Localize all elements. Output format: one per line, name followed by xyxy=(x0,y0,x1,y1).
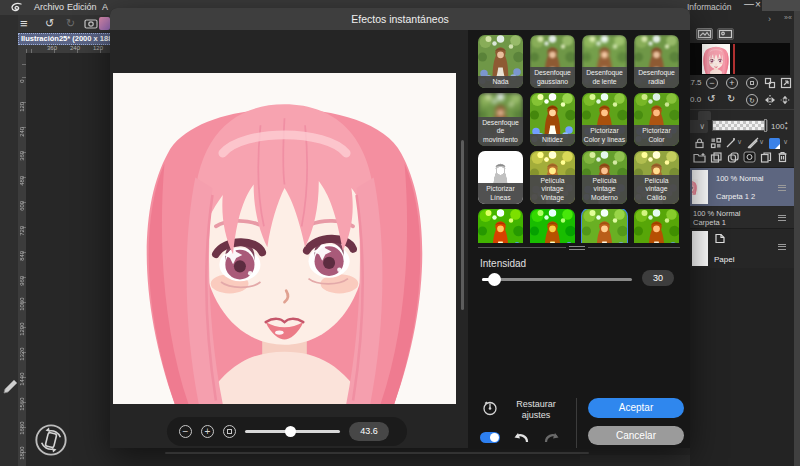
trash-icon[interactable] xyxy=(777,151,788,163)
ruler-label: 1200 xyxy=(19,317,25,342)
filter-option[interactable] xyxy=(478,209,523,243)
opacity-stepper[interactable]: ▴▾ xyxy=(785,119,788,131)
navigator-tab-1[interactable] xyxy=(696,28,713,40)
layer-menu-icon[interactable] xyxy=(778,213,786,222)
filter-option[interactable]: Desenfoque gaussiano xyxy=(530,35,575,88)
intensity-slider[interactable] xyxy=(482,278,632,281)
rotate-ccw-icon[interactable]: ↺ xyxy=(707,93,715,104)
clipping-icon[interactable] xyxy=(710,137,722,149)
menu-archivo[interactable]: Archivo xyxy=(34,2,64,12)
zoom-slider-thumb[interactable] xyxy=(285,426,296,437)
zoom-slider[interactable] xyxy=(245,422,340,441)
opacity-slider-thumb[interactable] xyxy=(764,119,767,132)
layer-name: Carpeta 1 2 xyxy=(716,192,755,201)
copy-icon[interactable] xyxy=(760,152,772,163)
zoom-fit-icon[interactable] xyxy=(746,77,758,89)
zoom-in-button[interactable]: + xyxy=(201,425,214,438)
restore-settings-icon[interactable] xyxy=(482,400,498,416)
hamburger-menu-icon[interactable]: ≡ xyxy=(20,16,28,31)
filter-option[interactable]: Nada xyxy=(478,35,523,88)
canvas-horizontal-scrollbar[interactable] xyxy=(165,452,589,454)
rotate-canvas-button[interactable] xyxy=(35,424,67,456)
filter-label: Desenfoque de lente xyxy=(582,67,627,88)
layer-menu-icon[interactable] xyxy=(778,242,786,251)
preview-vertical-scrollbar[interactable] xyxy=(461,140,464,310)
snapshot-icon[interactable] xyxy=(84,18,98,29)
filter-label: Película vintage Moderno xyxy=(582,175,627,204)
filter-option[interactable]: Pictorizar Líneas xyxy=(478,151,523,204)
preview-toggle[interactable] xyxy=(480,432,500,443)
zoom-out-button[interactable]: − xyxy=(179,425,192,438)
layer-row-carpeta-1[interactable]: 100 % Normal Carpeta 1 xyxy=(690,207,794,228)
intensity-slider-thumb[interactable] xyxy=(488,273,501,286)
filter-option[interactable]: Desenfoque de lente xyxy=(582,35,627,88)
ruler-label: 240 xyxy=(19,119,25,144)
filter-option[interactable] xyxy=(634,209,679,243)
menu-partial[interactable]: A xyxy=(102,2,108,12)
intensity-value: 30 xyxy=(642,270,674,286)
menu-edicion[interactable]: Edición xyxy=(67,2,97,12)
filter-option[interactable]: Película vintage Cálido xyxy=(634,151,679,204)
new-folder-icon[interactable] xyxy=(693,152,706,163)
panel-collapse-icon[interactable]: »« xyxy=(784,14,792,21)
layer-row-carpeta-1-2[interactable]: 100 % Normal Carpeta 1 2 xyxy=(690,168,794,206)
flip-vertical-icon[interactable] xyxy=(779,94,791,106)
filter-preview-image xyxy=(530,209,575,243)
expand-icon[interactable] xyxy=(780,77,792,89)
restore-settings-label[interactable]: Restaurar ajustes xyxy=(504,399,568,421)
status-strip xyxy=(580,455,690,466)
layer-color-icon[interactable] xyxy=(768,137,781,150)
zoom-out-icon[interactable]: − xyxy=(706,77,718,89)
ruler-label: 600 xyxy=(19,193,25,218)
layer-thumbnail xyxy=(692,231,708,266)
chevron-down-icon[interactable]: ∨ xyxy=(783,138,788,146)
ruler-label: 0 xyxy=(19,69,25,94)
layer-panel-tab[interactable] xyxy=(698,111,711,120)
navigator-tab-2[interactable] xyxy=(717,28,734,40)
layer-row-papel[interactable]: Papel xyxy=(690,229,794,268)
minimize-icon[interactable]: — xyxy=(744,0,754,9)
draft-pen-icon[interactable] xyxy=(747,137,759,149)
zoom-fit-button[interactable] xyxy=(223,425,236,438)
filter-label: Pictorizar Color xyxy=(634,125,679,146)
redo-icon[interactable]: ↻ xyxy=(66,17,75,30)
accept-button[interactable]: Aceptar xyxy=(588,398,684,418)
undo-effect-icon[interactable] xyxy=(512,430,529,444)
filter-option[interactable]: Película vintage Vintage xyxy=(530,151,575,204)
image-icon xyxy=(718,29,733,39)
filter-option[interactable]: Desenfoque de movimiento xyxy=(478,93,523,146)
chevron-down-icon[interactable]: ∨ xyxy=(759,138,764,146)
undo-icon[interactable]: ↺ xyxy=(45,17,54,30)
duplicate-layer-icon[interactable] xyxy=(727,152,739,163)
lock-icon[interactable] xyxy=(694,137,705,149)
new-layer-icon[interactable] xyxy=(710,152,722,163)
document-tab[interactable]: Ilustración25* (2000 x 188 xyxy=(18,33,112,45)
rotate-cw-icon[interactable]: ↻ xyxy=(727,93,735,104)
filter-option[interactable]: Película vintage Moderno xyxy=(582,151,627,204)
panel-next-icon[interactable]: › xyxy=(768,14,771,24)
partial-tool-icon[interactable] xyxy=(99,17,110,30)
filter-option[interactable]: Desenfoque radial xyxy=(634,35,679,88)
filter-option[interactable] xyxy=(582,209,627,243)
layer-menu-icon[interactable] xyxy=(778,183,786,192)
snapshot-layer-icon[interactable] xyxy=(743,151,756,163)
zoom-in-icon[interactable]: + xyxy=(726,77,738,89)
flip-horizontal-icon[interactable] xyxy=(763,94,777,106)
filter-option[interactable] xyxy=(530,209,575,243)
cancel-button[interactable]: Cancelar xyxy=(588,426,684,445)
magic-wand-icon[interactable] xyxy=(725,137,737,149)
panel-resize-handle[interactable] xyxy=(569,244,585,252)
filter-option[interactable]: Pictorizar Color y líneas xyxy=(582,93,627,146)
close-icon[interactable]: × xyxy=(755,0,761,10)
opacity-slider[interactable] xyxy=(712,120,768,131)
filter-option[interactable]: Pictorizar Color xyxy=(634,93,679,146)
chevron-down-icon[interactable]: ∨ xyxy=(737,138,742,146)
navigator-preview[interactable] xyxy=(690,43,790,75)
reset-rotation-icon[interactable]: ↻ xyxy=(746,94,758,106)
filter-grid: Nada Desenfoque gaussiano Desenfoque de … xyxy=(478,35,683,204)
navigator-rotation-value: 0.0 xyxy=(690,95,701,104)
filter-option[interactable]: Nitidez xyxy=(530,93,575,146)
cycle-view-icon[interactable] xyxy=(764,77,776,89)
image-icon xyxy=(697,29,712,39)
redo-effect-icon[interactable] xyxy=(544,430,561,444)
